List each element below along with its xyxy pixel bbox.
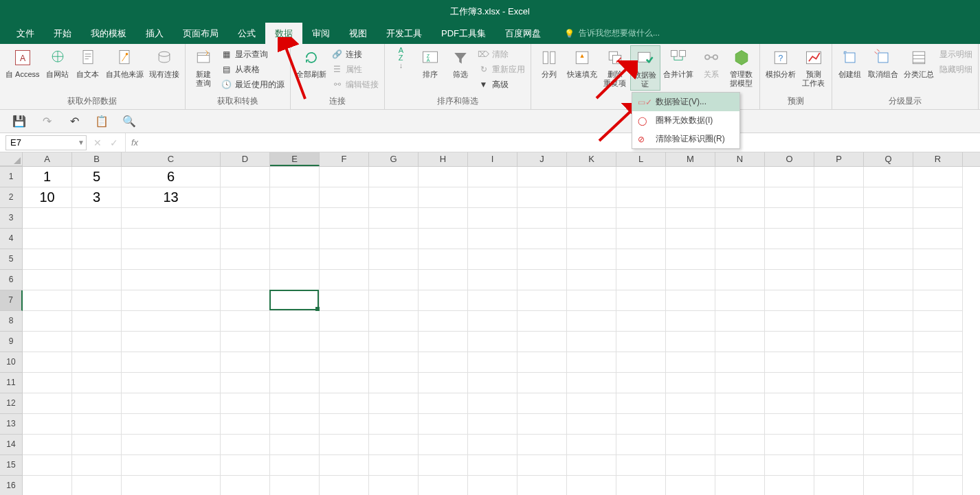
cell-P2[interactable]: [814, 187, 864, 208]
cell-N14[interactable]: [715, 435, 765, 455]
cell-E6[interactable]: [270, 270, 320, 290]
cell-A15[interactable]: [23, 455, 72, 476]
data-validation-menu-item[interactable]: ▭✓ 数据验证(V)...: [632, 93, 739, 111]
cell-N2[interactable]: [715, 187, 765, 208]
cell-B7[interactable]: [72, 290, 122, 311]
cell-A12[interactable]: [23, 393, 72, 414]
col-header-R[interactable]: R: [913, 152, 963, 166]
cell-R13[interactable]: [913, 414, 963, 435]
cell-R12[interactable]: [913, 393, 963, 414]
cell-D6[interactable]: [221, 270, 270, 290]
cell-N4[interactable]: [715, 229, 765, 249]
cell-Q16[interactable]: [864, 476, 913, 495]
cell-I2[interactable]: [468, 187, 517, 208]
cell-E9[interactable]: [270, 332, 320, 352]
from-web-button[interactable]: 自网站: [43, 45, 73, 80]
cell-P10[interactable]: [814, 352, 864, 373]
cell-E2[interactable]: [270, 187, 320, 208]
cell-C2[interactable]: 13: [122, 187, 221, 208]
from-other-button[interactable]: 自其他来源: [103, 45, 146, 80]
data-validation-button[interactable]: 数据验 证: [630, 45, 660, 91]
cell-G12[interactable]: [369, 393, 419, 414]
cell-Q6[interactable]: [864, 270, 913, 290]
tab-开发工具[interactable]: 开发工具: [377, 23, 432, 45]
cell-I5[interactable]: [468, 249, 517, 270]
cell-E14[interactable]: [270, 435, 320, 455]
cell-F11[interactable]: [320, 373, 369, 393]
cell-D3[interactable]: [221, 208, 270, 229]
cell-Q7[interactable]: [864, 290, 913, 311]
cell-J5[interactable]: [517, 249, 567, 270]
cell-F2[interactable]: [320, 187, 369, 208]
cell-B9[interactable]: [72, 332, 122, 352]
cell-R3[interactable]: [913, 208, 963, 229]
cell-F14[interactable]: [320, 435, 369, 455]
row-header-9[interactable]: 9: [0, 332, 23, 352]
cell-P7[interactable]: [814, 290, 864, 311]
cell-N5[interactable]: [715, 249, 765, 270]
cell-J12[interactable]: [517, 393, 567, 414]
col-header-G[interactable]: G: [369, 152, 419, 166]
cell-D5[interactable]: [221, 249, 270, 270]
tab-百度网盘[interactable]: 百度网盘: [495, 23, 550, 45]
cell-M13[interactable]: [666, 414, 715, 435]
cell-M2[interactable]: [666, 187, 715, 208]
cell-P1[interactable]: [814, 167, 864, 187]
cell-R6[interactable]: [913, 270, 963, 290]
cell-A2[interactable]: 10: [23, 187, 72, 208]
cell-M12[interactable]: [666, 393, 715, 414]
cell-H8[interactable]: [419, 311, 468, 332]
cell-R2[interactable]: [913, 187, 963, 208]
cell-P8[interactable]: [814, 311, 864, 332]
cell-G14[interactable]: [369, 435, 419, 455]
save-button[interactable]: 💾: [12, 115, 26, 128]
cell-Q2[interactable]: [864, 187, 913, 208]
cell-E12[interactable]: [270, 393, 320, 414]
cell-P16[interactable]: [814, 476, 864, 495]
cell-B11[interactable]: [72, 373, 122, 393]
cell-K11[interactable]: [567, 373, 616, 393]
cell-G9[interactable]: [369, 332, 419, 352]
cell-D10[interactable]: [221, 352, 270, 373]
cell-G2[interactable]: [369, 187, 419, 208]
cell-N16[interactable]: [715, 476, 765, 495]
cell-M9[interactable]: [666, 332, 715, 352]
cell-L13[interactable]: [616, 414, 666, 435]
cell-A1[interactable]: 1: [23, 167, 72, 187]
cell-L2[interactable]: [616, 187, 666, 208]
row-header-6[interactable]: 6: [0, 270, 23, 290]
tab-开始[interactable]: 开始: [44, 23, 81, 45]
col-header-A[interactable]: A: [23, 152, 72, 166]
cell-L15[interactable]: [616, 455, 666, 476]
cell-I12[interactable]: [468, 393, 517, 414]
cell-H12[interactable]: [419, 393, 468, 414]
cell-R8[interactable]: [913, 311, 963, 332]
row-header-16[interactable]: 16: [0, 476, 23, 495]
tab-PDF工具集[interactable]: PDF工具集: [432, 23, 495, 45]
cell-L14[interactable]: [616, 435, 666, 455]
col-header-E[interactable]: E: [270, 152, 320, 166]
cell-B15[interactable]: [72, 455, 122, 476]
cell-O4[interactable]: [765, 229, 814, 249]
cell-D4[interactable]: [221, 229, 270, 249]
cell-K12[interactable]: [567, 393, 616, 414]
col-header-K[interactable]: K: [567, 152, 616, 166]
cell-H2[interactable]: [419, 187, 468, 208]
cell-F15[interactable]: [320, 455, 369, 476]
cell-M6[interactable]: [666, 270, 715, 290]
cell-E5[interactable]: [270, 249, 320, 270]
cell-F4[interactable]: [320, 229, 369, 249]
row-header-11[interactable]: 11: [0, 373, 23, 393]
cell-I6[interactable]: [468, 270, 517, 290]
cell-H1[interactable]: [419, 167, 468, 187]
cell-J6[interactable]: [517, 270, 567, 290]
cell-A6[interactable]: [23, 270, 72, 290]
cell-G10[interactable]: [369, 352, 419, 373]
connections-button[interactable]: 🔗连接: [329, 47, 381, 62]
clear-circles-menu-item[interactable]: ⊘ 清除验证标识圈(R): [632, 130, 739, 148]
col-header-J[interactable]: J: [517, 152, 567, 166]
cell-E11[interactable]: [270, 373, 320, 393]
spreadsheet-grid[interactable]: ABCDEFGHIJKLMNOPQR 115621031334567891011…: [0, 152, 980, 495]
remove-duplicates-button[interactable]: 删除 重复项: [600, 45, 630, 89]
cell-M11[interactable]: [666, 373, 715, 393]
